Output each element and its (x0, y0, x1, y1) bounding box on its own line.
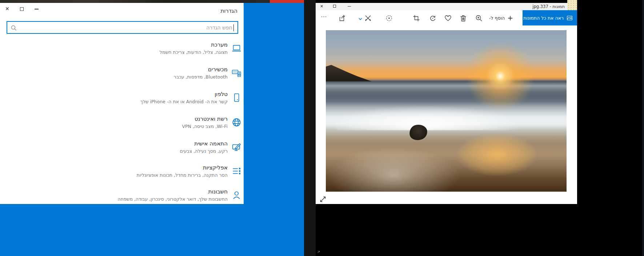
rotate-icon[interactable] (429, 14, 437, 22)
sidebar-item-devices[interactable]: מכשיריםBluetooth, מדפסות, עכבר (11, 66, 242, 85)
favorite-icon[interactable] (444, 14, 452, 22)
maximize-icon[interactable] (20, 7, 24, 11)
add-to-label: הוסף ל- (489, 15, 505, 21)
text-caret (233, 24, 234, 31)
item-label: מכשירים (174, 66, 228, 73)
background-edge-strip (642, 0, 644, 256)
window-gap (304, 0, 316, 256)
see-all-photos-label: ראה את כל התמונות (523, 15, 564, 21)
maximize-icon[interactable] (333, 5, 336, 8)
titlebar-corner-pattern (567, 0, 577, 10)
crop-icon[interactable] (412, 14, 420, 22)
3d-effects-icon[interactable] (385, 14, 393, 22)
sidebar-item-phone[interactable]: טלפוןקשר את ה- Android או את ה- iPhone ש… (11, 91, 242, 110)
apps-icon (231, 164, 242, 176)
sidebar-item-personalization[interactable]: התאמה אישיתרקע, מסך נעילה, צבעים (11, 140, 242, 159)
window-title: תמונות - 337.jpg (532, 4, 565, 9)
desktop-top-strip-red (270, 0, 304, 3)
devices-icon (231, 66, 242, 78)
sidebar-item-system[interactable]: מערכתתצוגה, צליל, הודעות, צריכת חשמל (11, 41, 242, 60)
item-desc: קשר את ה- Android או את ה- iPhone שלך (140, 99, 228, 105)
item-desc: החשבונות שלך, דואר אלקטרוני, סינכרון, עב… (117, 196, 228, 202)
photos-window: ✕ תמונות - 337.jpg ··· (316, 3, 577, 204)
item-label: רשת ואינטרנט (182, 116, 228, 123)
close-icon[interactable]: ✕ (5, 6, 9, 12)
photos-titlebar: ✕ תמונות - 337.jpg (316, 3, 577, 10)
photo-headland (326, 65, 372, 81)
desktop-top-strip (0, 0, 304, 3)
plus-icon: + (507, 14, 513, 21)
see-more-icon[interactable]: ··· (320, 13, 328, 21)
personalization-icon (231, 140, 242, 152)
add-to-button[interactable]: + הוסף ל- (489, 13, 513, 23)
sidebar-item-network[interactable]: רשת ואינטרנטWi-Fi, מצב טיסה, VPN (11, 116, 242, 135)
close-icon[interactable]: ✕ (320, 4, 323, 9)
item-desc: תצוגה, צליל, הודעות, צריכת חשמל (160, 49, 228, 55)
resize-arrow-icon: ↗ (317, 250, 320, 254)
item-label: טלפון (140, 91, 228, 98)
item-desc: Wi-Fi, מצב טיסה, VPN (182, 123, 228, 129)
share-icon[interactable] (338, 14, 346, 22)
photo-viewer (316, 25, 577, 204)
settings-panel: ✕ הגדרות מערכתתצוגה, צליל, הודעות, צריכת… (0, 3, 244, 204)
item-label: אפליקציות (137, 164, 228, 171)
delete-icon[interactable] (459, 14, 467, 22)
search-input[interactable] (7, 22, 237, 33)
draw-icon[interactable] (364, 14, 372, 22)
item-label: חשבונות (117, 188, 228, 195)
item-desc: Bluetooth, מדפסות, עכבר (174, 74, 228, 80)
expand-photo-icon[interactable] (319, 195, 327, 203)
settings-window: ✕ הגדרות מערכתתצוגה, צליל, הודעות, צריכת… (0, 3, 304, 256)
accounts-icon (231, 188, 242, 200)
photo-wave (335, 101, 547, 130)
screen: ↗ ✕ הגדרות מערכתתצוגה, צליל, הודעות, צרי… (0, 0, 644, 256)
item-desc: רקע, מסך נעילה, צבעים (180, 148, 228, 154)
minimize-icon[interactable] (348, 6, 351, 7)
item-label: מערכת (160, 41, 228, 48)
photo-beach-sunset (326, 30, 567, 192)
network-icon (231, 116, 242, 127)
photos-toolbar: ··· (316, 10, 577, 25)
expand-chevron-icon[interactable] (356, 15, 364, 23)
sidebar-item-apps[interactable]: אפליקציותהסר התקנה, ברירות מחדל, תכונות … (11, 164, 242, 183)
see-all-photos-button[interactable]: ראה את כל התמונות (523, 10, 577, 25)
zoom-in-icon[interactable] (475, 14, 483, 22)
item-desc: הסר התקנה, ברירות מחדל, תכונות אופציונלי… (137, 172, 228, 178)
item-label: התאמה אישית (180, 140, 228, 147)
system-icon (231, 41, 242, 53)
settings-search-box (7, 21, 238, 34)
minimize-icon[interactable] (35, 9, 39, 9)
phone-icon (231, 91, 242, 103)
photos-gallery-icon (567, 15, 573, 21)
sidebar-item-accounts[interactable]: חשבונותהחשבונות שלך, דואר אלקטרוני, סינכ… (11, 188, 242, 207)
page-title: הגדרות (220, 8, 237, 14)
